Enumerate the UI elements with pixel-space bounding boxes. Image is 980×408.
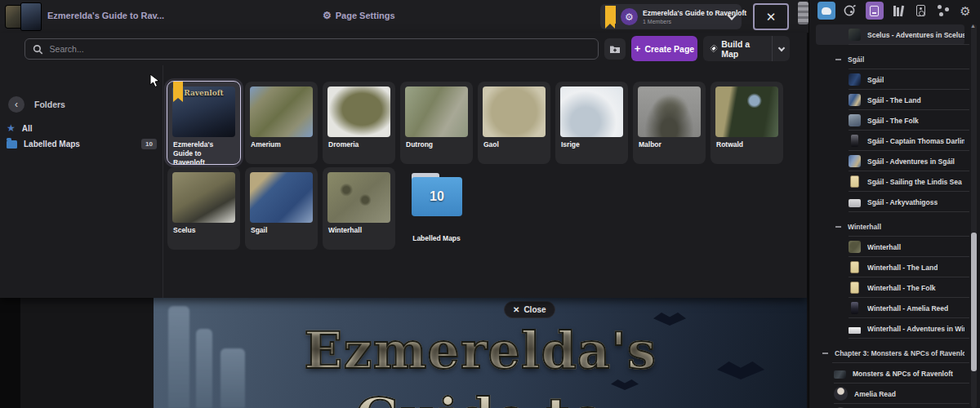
page-card-isrige[interactable]: Isrige <box>555 82 628 164</box>
tree-item[interactable]: Amelia Read <box>816 384 964 404</box>
search-bar <box>24 38 599 60</box>
folders-back-button[interactable]: ‹ Folders <box>8 96 65 113</box>
palette-icon[interactable] <box>843 2 858 20</box>
top-bar: Ezmerelda's Guide to Rav... ⚙ Page Setti… <box>0 0 808 33</box>
page-icon <box>850 282 859 294</box>
page-thumbnail <box>250 86 313 137</box>
close-icon: ✕ <box>513 305 519 314</box>
cover-close-button[interactable]: ✕ Close <box>504 301 555 318</box>
scroll-up-arrow[interactable]: ▲ <box>970 23 976 29</box>
collapse-icon <box>822 353 828 354</box>
chevron-down-icon <box>777 44 784 51</box>
tree-item[interactable]: Aspect of Arkyvathigoss <box>816 404 964 408</box>
share-glyph <box>938 5 949 16</box>
page-icon <box>849 199 861 207</box>
map-tile-icon[interactable] <box>817 2 835 20</box>
sidebar-scrollbar-thumb[interactable] <box>971 233 977 371</box>
books-glyph <box>893 6 903 16</box>
build-map-main[interactable]: Build a Map <box>703 36 772 61</box>
workspace-title[interactable]: Ezmerelda's Guide to Rav... <box>47 11 164 20</box>
page-card-gaol[interactable]: Gaol <box>478 82 550 164</box>
page-settings-button[interactable]: ⚙ Page Settings <box>323 11 395 20</box>
tree-item[interactable]: Winterhall - Adventures in Wint... <box>816 318 964 339</box>
search-input[interactable] <box>50 44 590 54</box>
audio-icon[interactable] <box>913 2 928 20</box>
tree-item[interactable]: Sgáil - Adventures in Sgáil <box>816 151 964 171</box>
tree-item[interactable]: Scelus - Adventures in Scelus <box>816 24 964 45</box>
page-card-dromeria[interactable]: Dromeria <box>323 82 395 164</box>
tree-section-label: Winterhall <box>848 223 881 231</box>
workspace-meta: Ezmerelda's Guide to Ravenloft 1 Members <box>643 9 724 24</box>
page-icon <box>849 155 861 167</box>
tree-section[interactable]: Chapter 3: Monsters & NPCs of Ravenloft <box>816 343 964 363</box>
tree-item[interactable]: Sgáil - The Land <box>816 90 964 110</box>
folder-count-badge: 10 <box>141 139 157 149</box>
map-blob <box>822 7 831 15</box>
workspace-switcher[interactable]: ⚙ Ezmerelda's Guide to Ravenloft 1 Membe… <box>600 4 742 29</box>
page-card-rotwald[interactable]: Rotwald <box>710 82 783 164</box>
build-map-dropdown[interactable] <box>772 36 790 61</box>
tree-item-label: Sgáil - Sailing the Lindis Sea <box>867 178 962 186</box>
sidebar-toolbar: ⚙ <box>809 0 980 21</box>
page-icon <box>834 387 848 401</box>
tree-item[interactable]: Sgáil - Sailing the Lindis Sea <box>816 171 964 192</box>
tree-item[interactable]: Winterhall - The Land <box>816 257 964 277</box>
tree-item[interactable]: Sgáil - Arkyvathigoss <box>816 192 964 212</box>
build-map-label: Build a Map <box>721 39 764 59</box>
page-card-sgail[interactable]: Sgail <box>245 167 318 250</box>
page-card-winterhall[interactable]: Winterhall <box>323 167 395 250</box>
tree-item[interactable]: Winterhall - Amelia Reed <box>816 298 964 318</box>
page-card-label: Ezmerelda's Guide to Ravenloft <box>167 137 240 164</box>
page-icon <box>850 175 859 188</box>
page-card-scelus[interactable]: Scelus <box>167 167 240 250</box>
search-icon <box>33 44 43 55</box>
gear-glyph: ⚙ <box>960 5 970 17</box>
palette-glyph <box>844 5 857 16</box>
tree-item-label: Scelus - Adventures in Scelus <box>867 31 964 39</box>
new-folder-button[interactable] <box>604 38 626 60</box>
scrollbar-handle[interactable] <box>798 2 808 24</box>
tree-item[interactable]: Winterhall <box>816 237 964 257</box>
folder-tile-labelled-maps[interactable]: 10 Labelled Maps <box>400 167 473 250</box>
page-thumbnail <box>405 86 468 137</box>
page-cover-image: Ezmerelda's Guide to ✕ Close <box>154 298 807 408</box>
tree-item[interactable]: Sgáil - Captain Thomas Darling <box>816 131 964 151</box>
folder-icon <box>7 140 17 149</box>
page-thumbnail <box>560 86 623 137</box>
journal-glyph <box>870 6 879 16</box>
create-page-button[interactable]: + Create Page <box>631 36 697 61</box>
pages-overlay: + Create Page Build a Map ‹ Folders ★ Al… <box>0 33 807 298</box>
tree-section[interactable]: Sgáil <box>816 49 964 69</box>
folder-item-all[interactable]: ★ All <box>7 122 157 134</box>
overlay-close-button[interactable]: ✕ <box>753 3 789 30</box>
page-card-amerium[interactable]: Amerium <box>245 82 318 164</box>
tree-item[interactable]: Sgáil <box>816 69 964 90</box>
page-card-label: Gaol <box>478 137 550 149</box>
page-icon <box>849 327 861 334</box>
create-page-label: Create Page <box>644 44 694 54</box>
tree-section[interactable]: Winterhall <box>816 216 964 237</box>
page-thumbnail <box>250 172 313 223</box>
folder-count: 10 <box>430 189 444 204</box>
page-card-dutrong[interactable]: Dutrong <box>400 82 473 164</box>
tree-item-label: Sgáil - The Folk <box>867 117 919 125</box>
journal-icon[interactable] <box>866 2 884 20</box>
page-card-ezmerelda[interactable]: Ravenloft Ezmerelda's Guide to Ravenloft <box>167 82 240 164</box>
folder-all-label: All <box>22 124 157 133</box>
folder-item-labelled-maps[interactable]: Labelled Maps 10 <box>7 139 157 149</box>
build-map-button[interactable]: Build a Map <box>703 36 790 61</box>
tree-item[interactable]: Winterhall - The Folk <box>816 277 964 298</box>
settings-icon[interactable]: ⚙ <box>958 2 973 20</box>
page-card-malbor[interactable]: Malbor <box>633 82 706 164</box>
tree-item-label: Sgáil - The Land <box>867 96 921 104</box>
page-card-label: Dutrong <box>400 137 473 149</box>
tree-item[interactable]: Monsters & NPCs of Ravenloft <box>816 363 964 384</box>
folder-body: 10 <box>412 177 462 216</box>
workspace-logo-thumb-cover[interactable] <box>21 3 41 30</box>
tree-item[interactable]: Sgáil - The Folk <box>816 110 964 131</box>
page-icon <box>849 241 861 253</box>
library-icon[interactable] <box>891 2 906 20</box>
close-icon: ✕ <box>766 10 777 24</box>
share-icon[interactable] <box>936 2 951 20</box>
plus-icon: + <box>635 42 641 55</box>
